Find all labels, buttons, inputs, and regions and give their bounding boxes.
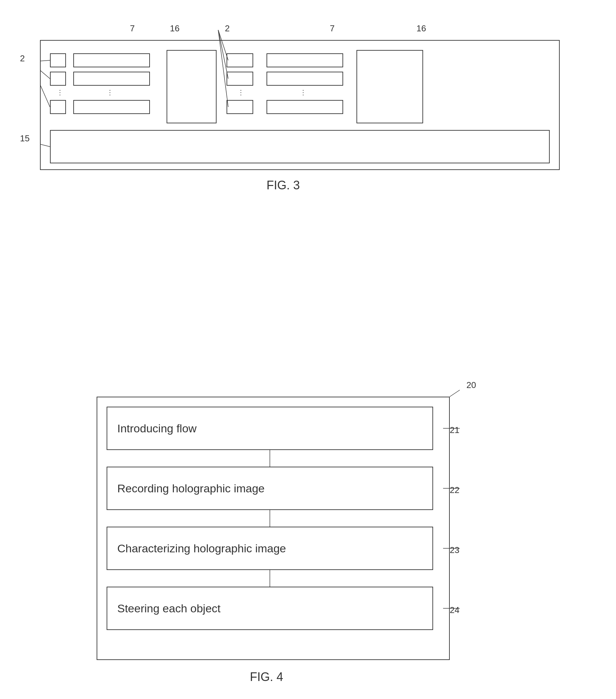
flow-step-4: Steering each object: [107, 587, 433, 630]
flow-step-2-text: Recording holographic image: [117, 482, 265, 495]
tall-rect-left: [166, 50, 216, 123]
flow-step-2: Recording holographic image: [107, 467, 433, 510]
fig3-diagram: 7 16 2 7 16 2 15 ⋮ ⋮ ⋮ ⋮: [40, 20, 566, 173]
right-rect-1: [267, 53, 343, 67]
flow-step-4-text: Steering each object: [117, 602, 220, 615]
small-sq-2: [50, 72, 66, 86]
label-7-left: 7: [130, 23, 135, 34]
mid-sq-3: [227, 100, 253, 114]
flow-step-3-text: Characterizing holographic image: [117, 542, 286, 555]
label-2-left: 2: [20, 53, 25, 64]
flow-step-3: Characterizing holographic image: [107, 527, 433, 570]
mid-sq-2: [227, 72, 253, 86]
dots-left: ⋮: [57, 88, 64, 96]
wide-rect-3: [73, 100, 150, 114]
fig4-caption: FIG. 4: [250, 670, 283, 684]
label-15: 15: [20, 133, 30, 144]
label-20: 20: [466, 380, 476, 390]
tall-rect-right: [357, 50, 423, 123]
dots-mid: ⋮: [238, 88, 244, 96]
right-rect-2: [267, 72, 343, 86]
flow-step-1-text: Introducing flow: [117, 422, 197, 435]
small-sq-1: [50, 53, 66, 67]
wide-rect-1: [73, 53, 150, 67]
label-22: 22: [450, 485, 459, 495]
label-24: 24: [450, 605, 459, 615]
label-2-mid: 2: [225, 23, 229, 34]
label-16-right: 16: [416, 23, 426, 34]
dots-col2: ⋮: [107, 88, 114, 96]
flow-step-1: Introducing flow: [107, 407, 433, 450]
label-21: 21: [450, 425, 459, 435]
mid-sq-1: [227, 53, 253, 67]
bottom-bar: [50, 130, 550, 163]
right-rect-3: [267, 100, 343, 114]
label-7-right: 7: [330, 23, 334, 34]
dots-right: ⋮: [300, 88, 307, 96]
wide-rect-2: [73, 72, 150, 86]
fig3-caption: FIG. 3: [267, 178, 300, 192]
svg-line-10: [450, 390, 460, 397]
small-sq-3: [50, 100, 66, 114]
label-16-left: 16: [170, 23, 179, 34]
label-23: 23: [450, 545, 459, 555]
